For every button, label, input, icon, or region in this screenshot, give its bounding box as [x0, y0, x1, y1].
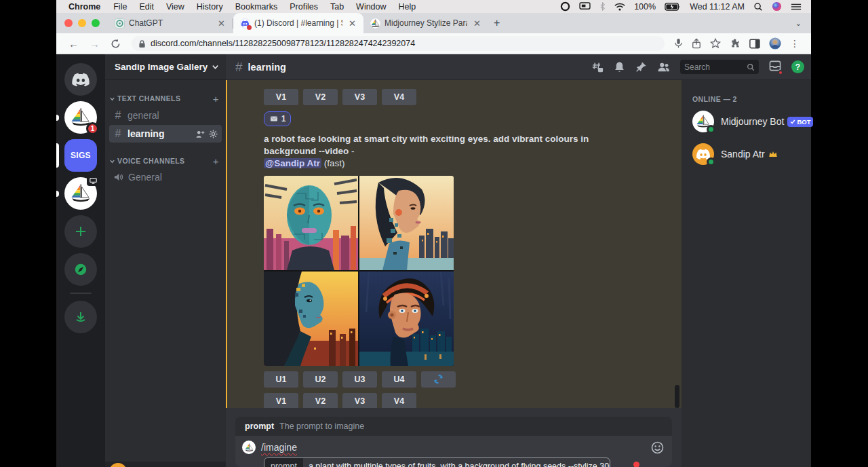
tab-search-chevron-icon[interactable]: ⌄: [795, 19, 811, 33]
u2-button[interactable]: U2: [303, 371, 338, 388]
menu-window[interactable]: Window: [356, 2, 386, 12]
menu-profiles[interactable]: Profiles: [290, 2, 318, 12]
menu-app-name[interactable]: Chrome: [68, 2, 100, 12]
v4-button[interactable]: V4: [382, 393, 416, 408]
v1-button[interactable]: V1: [264, 393, 298, 408]
download-apps-button[interactable]: [64, 301, 97, 333]
v2-button[interactable]: V2: [303, 89, 338, 105]
add-server-button[interactable]: [64, 215, 97, 248]
tab-discord-active[interactable]: (1) Discord | #learning | Sandip ✕: [233, 13, 363, 33]
create-channel-icon[interactable]: +: [213, 155, 219, 167]
emoji-picker-icon[interactable]: [651, 441, 664, 457]
close-window-button[interactable]: [64, 19, 73, 27]
category-text-channels[interactable]: TEXT CHANNELS +: [105, 91, 226, 106]
control-center-icon[interactable]: [791, 3, 802, 11]
server-header[interactable]: Sandip Image Gallery Se...: [105, 54, 226, 80]
spotlight-icon[interactable]: [753, 2, 763, 12]
option-value[interactable]: a plant with multiple types of fruits, w…: [303, 458, 610, 467]
command-input-box[interactable]: /imagine prompt a plant with multiple ty…: [235, 436, 672, 467]
prompt-option-field[interactable]: prompt a plant with multiple types of fr…: [264, 457, 610, 467]
channel-general[interactable]: # general: [109, 107, 222, 124]
mention-count-badge: 1: [86, 122, 99, 135]
notifications-bell-icon[interactable]: [614, 61, 625, 73]
explore-servers-button[interactable]: [64, 253, 97, 286]
user-mention[interactable]: @Sandip Atr: [264, 158, 321, 168]
forward-button[interactable]: →: [90, 38, 100, 50]
side-panel-icon[interactable]: [749, 39, 760, 49]
server-sigs-label: SIGS: [64, 139, 97, 172]
menu-help[interactable]: Help: [399, 2, 416, 12]
reload-button[interactable]: [111, 39, 121, 49]
u4-button[interactable]: U4: [382, 371, 416, 388]
verified-check-icon: [790, 119, 795, 124]
share-icon[interactable]: [692, 38, 701, 49]
display-icon[interactable]: [579, 2, 591, 11]
tab-chatgpt[interactable]: ChatGPT ✕: [108, 13, 233, 33]
channel-settings-gear-icon[interactable]: [209, 130, 218, 138]
channel-voice-general[interactable]: General: [109, 169, 222, 185]
server-sigs-selected[interactable]: SIGS: [64, 139, 97, 172]
chrome-menu-icon[interactable]: ⋮: [790, 38, 800, 49]
extensions-puzzle-icon[interactable]: [730, 38, 741, 49]
search-input[interactable]: Search: [680, 60, 759, 74]
server-sailboat-unread[interactable]: 1: [64, 101, 97, 134]
user-avatar[interactable]: [109, 463, 127, 467]
tab-close-icon[interactable]: ✕: [216, 18, 227, 29]
envelope-reaction[interactable]: 1: [264, 111, 291, 126]
category-voice-channels[interactable]: VOICE CHANNELS +: [105, 153, 226, 168]
bluetooth-icon[interactable]: [599, 2, 606, 11]
profile-avatar[interactable]: [769, 37, 781, 50]
siri-icon[interactable]: [772, 1, 782, 12]
online-count-header: ONLINE — 2: [687, 95, 806, 103]
bot-badge: BOT: [787, 117, 813, 127]
v4-button[interactable]: V4: [382, 89, 416, 105]
v1-button[interactable]: V1: [264, 89, 298, 105]
prompt-message-text: a robot face looking at smart city with …: [264, 133, 644, 170]
prompt-text-mode: (fast): [321, 158, 345, 168]
menu-history[interactable]: History: [197, 2, 223, 12]
server-sailboat-streaming[interactable]: [64, 177, 97, 210]
wifi-icon[interactable]: [614, 3, 625, 11]
member-sandip-atr[interactable]: Sandip Atr: [687, 140, 806, 168]
menu-file[interactable]: File: [113, 2, 127, 12]
menu-view[interactable]: View: [166, 2, 184, 12]
back-button[interactable]: ←: [68, 38, 79, 50]
voice-search-icon[interactable]: [674, 38, 683, 49]
bookmark-star-icon[interactable]: [710, 38, 721, 49]
battery-icon[interactable]: [665, 3, 681, 11]
reroll-button[interactable]: [421, 371, 456, 388]
menubar-clock[interactable]: Wed 11:12 AM: [690, 2, 745, 12]
midjourney-favicon-icon: [370, 18, 380, 29]
imagine-command-text[interactable]: /imagine: [261, 442, 297, 453]
menu-tab[interactable]: Tab: [330, 2, 344, 12]
channel-learning-selected[interactable]: # learning: [109, 125, 222, 143]
tab-midjourney[interactable]: Midjourney Stylize Parameter ✕: [363, 13, 488, 33]
discord-home-button[interactable]: [64, 63, 97, 96]
menu-bookmarks[interactable]: Bookmarks: [235, 2, 278, 12]
zoom-window-button[interactable]: [92, 19, 100, 27]
u3-button[interactable]: U3: [342, 371, 377, 388]
minimize-window-button[interactable]: [78, 19, 86, 27]
create-channel-icon[interactable]: +: [213, 93, 219, 105]
member-list-icon[interactable]: [657, 62, 670, 73]
hint-option-description: The prompt to imagine: [279, 422, 364, 431]
pinned-messages-icon[interactable]: [635, 61, 647, 73]
v2-button[interactable]: V2: [303, 393, 338, 408]
address-bar[interactable]: discord.com/channels/1128282250098778123…: [132, 36, 665, 51]
u1-button[interactable]: U1: [264, 371, 298, 388]
new-tab-button[interactable]: +: [488, 17, 507, 33]
tab-close-icon[interactable]: ✕: [471, 18, 483, 29]
midjourney-image-grid[interactable]: [264, 176, 454, 366]
v3-button[interactable]: V3: [342, 393, 377, 408]
tab-close-icon[interactable]: ✕: [347, 18, 358, 29]
help-button[interactable]: ?: [791, 60, 804, 73]
invite-people-icon[interactable]: [195, 130, 205, 138]
v3-button[interactable]: V3: [342, 89, 377, 105]
menu-edit[interactable]: Edit: [139, 2, 154, 12]
discord-app: 1 SIGS: [56, 54, 811, 467]
screen-record-icon[interactable]: [560, 1, 570, 12]
threads-icon[interactable]: [591, 61, 604, 73]
member-midjourney-bot[interactable]: Midjourney Bot BOT: [687, 107, 806, 136]
chat-scrollbar-thumb[interactable]: [675, 385, 679, 408]
inbox-button[interactable]: [769, 60, 781, 74]
